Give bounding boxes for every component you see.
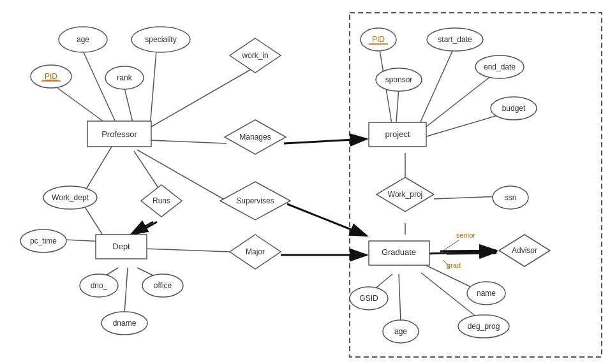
svg-line-27 xyxy=(434,196,502,199)
budget-label: budget xyxy=(502,104,526,113)
office-label: office xyxy=(154,281,172,290)
svg-line-14 xyxy=(131,222,153,235)
senior-text: senior xyxy=(456,231,475,239)
workdept-label: Work_dept xyxy=(52,193,89,202)
svg-line-22 xyxy=(418,50,453,127)
svg-line-11 xyxy=(83,204,105,239)
gsid-label: GSID xyxy=(359,294,378,303)
workproj-label: Work_proj xyxy=(388,190,422,199)
rank-label: rank xyxy=(117,73,132,82)
workin-label: work_in xyxy=(241,51,268,60)
enddate-label: end_date xyxy=(484,62,516,71)
svg-line-30 xyxy=(399,274,401,322)
svg-line-16 xyxy=(144,249,230,252)
dept-label: Dept xyxy=(112,242,130,251)
professor-label: Professor xyxy=(101,129,137,139)
svg-line-38 xyxy=(440,251,496,251)
svg-line-6 xyxy=(150,140,227,143)
pid-proj-label: PID xyxy=(372,35,385,44)
svg-line-7 xyxy=(284,139,367,143)
svg-line-5 xyxy=(150,67,255,127)
speciality-label: speciality xyxy=(145,35,176,44)
advisor-label: Advisor xyxy=(512,246,537,255)
sponsor-label: sponsor xyxy=(385,75,413,84)
name-label: name xyxy=(477,289,496,298)
startdate-label: start_date xyxy=(438,35,472,44)
svg-line-1 xyxy=(83,51,118,127)
grad-text: grad xyxy=(447,261,461,269)
pctime-label: pc_time xyxy=(30,237,57,245)
svg-line-39 xyxy=(447,253,496,254)
svg-line-24 xyxy=(421,73,495,131)
svg-line-9 xyxy=(287,204,367,236)
ssn-label: ssn xyxy=(505,193,517,202)
degprog-label: deg_prog xyxy=(468,322,500,331)
age-grad-label: age xyxy=(394,327,407,336)
major-label: Major xyxy=(246,247,265,256)
svg-line-15 xyxy=(135,222,157,235)
svg-line-25 xyxy=(424,113,504,137)
svg-line-34 xyxy=(443,240,459,251)
dno-label: dno_ xyxy=(91,281,108,290)
pid-prof-label: PID xyxy=(45,72,57,81)
supervises-label: Supervises xyxy=(236,196,274,205)
graduate-label: Graduate xyxy=(382,247,416,257)
svg-line-20 xyxy=(124,268,128,314)
er-diagram: Professor Dept project Graduate work_in … xyxy=(0,0,610,364)
age-prof-label: age xyxy=(77,35,89,44)
svg-line-10 xyxy=(83,147,112,194)
project-label: project xyxy=(385,129,410,139)
manages-label: Manages xyxy=(239,133,271,142)
svg-line-2 xyxy=(150,51,156,127)
runs-label: Runs xyxy=(152,196,170,205)
dname-label: dname xyxy=(113,319,137,328)
er-diagram-svg: Professor Dept project Graduate work_in … xyxy=(0,0,610,364)
